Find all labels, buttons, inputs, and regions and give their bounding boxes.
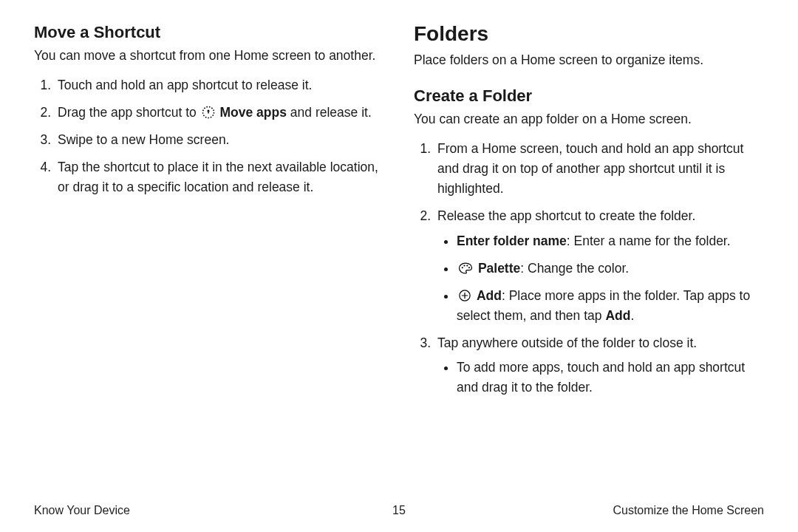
sub-palette: Palette: Change the color. [457,259,764,279]
cf-step-2-text: Release the app shortcut to create the f… [437,208,695,223]
enter-folder-name-text: : Enter a name for the folder. [567,233,731,248]
move-apps-label: Move apps [220,105,287,120]
svg-point-2 [463,265,465,266]
step-3: Swipe to a new Home screen. [55,130,384,150]
cf-step-3: Tap anywhere outside of the folder to cl… [434,333,764,398]
heading-create-folder: Create a Folder [414,86,764,106]
add-label: Add [477,288,502,303]
palette-label: Palette [478,261,520,276]
enter-folder-name-label: Enter folder name [457,233,567,248]
cf-step-3-sublist: To add more apps, touch and hold an app … [437,358,764,398]
cf-step-3-text: Tap anywhere outside of the folder to cl… [437,335,697,350]
svg-point-4 [468,267,470,268]
heading-folders: Folders [414,22,764,46]
two-column-layout: Move a Shortcut You can move a shortcut … [34,22,764,497]
sub-add: Add: Place more apps in the folder. Tap … [457,286,764,326]
cf-step-2-sublist: Enter folder name: Enter a name for the … [437,231,764,327]
page: Move a Shortcut You can move a shortcut … [0,0,798,532]
add-icon [458,289,471,302]
left-column: Move a Shortcut You can move a shortcut … [34,22,384,497]
footer: Know Your Device 15 Customize the Home S… [34,497,764,517]
footer-right: Customize the Home Screen [521,504,764,517]
heading-move-shortcut: Move a Shortcut [34,22,384,43]
cf-step-2: Release the app shortcut to create the f… [434,206,764,326]
svg-point-3 [466,265,468,266]
palette-icon [458,262,473,275]
footer-left: Know Your Device [34,504,277,517]
footer-page-number: 15 [277,504,520,517]
step-2-text-a: Drag the app shortcut to [58,105,200,120]
add-label-2: Add [605,308,630,323]
cf-step-1: From a Home screen, touch and hold an ap… [434,139,764,199]
right-column: Folders Place folders on a Home screen t… [414,22,764,497]
add-text-end: . [630,308,634,323]
steps-move-shortcut: Touch and hold an app shortcut to releas… [34,75,384,198]
step-2-text-c: and release it. [287,105,372,120]
svg-point-1 [462,267,463,268]
move-apps-icon [202,106,215,119]
intro-folders: Place folders on a Home screen to organi… [414,50,764,69]
sub-enter-name: Enter folder name: Enter a name for the … [457,231,764,251]
sub-add-more: To add more apps, touch and hold an app … [457,358,764,398]
step-1: Touch and hold an app shortcut to releas… [55,75,384,95]
intro-move-shortcut: You can move a shortcut from one Home sc… [34,46,384,65]
intro-create-folder: You can create an app folder on a Home s… [414,109,764,129]
step-2: Drag the app shortcut to Move apps and r… [55,103,384,123]
step-4: Tap the shortcut to place it in the next… [55,157,384,197]
steps-create-folder: From a Home screen, touch and hold an ap… [414,139,764,398]
palette-text: : Change the color. [520,261,629,276]
